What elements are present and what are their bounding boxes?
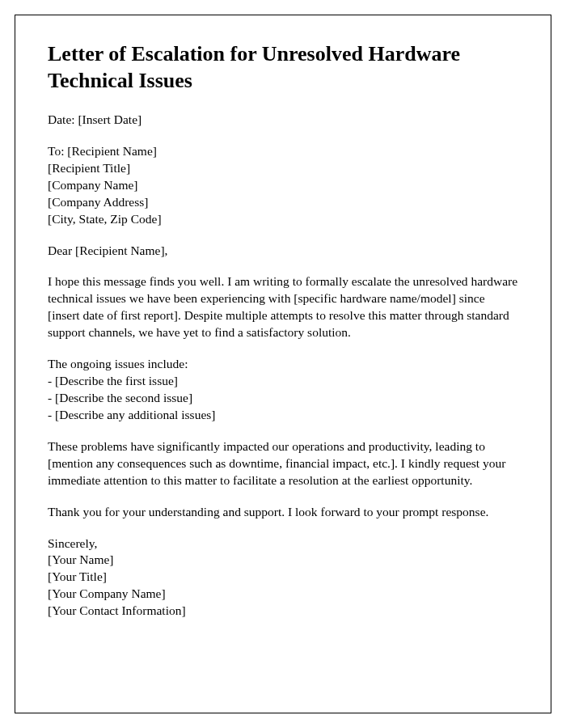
recipient-company: [Company Name] bbox=[48, 177, 518, 194]
recipient-to: To: [Recipient Name] bbox=[48, 143, 518, 160]
paragraph-1: I hope this message finds you well. I am… bbox=[48, 273, 518, 341]
issues-list: - [Describe the first issue] - [Describe… bbox=[48, 373, 518, 424]
date-line: Date: [Insert Date] bbox=[48, 112, 518, 129]
closing-company: [Your Company Name] bbox=[48, 586, 518, 603]
closing-name: [Your Name] bbox=[48, 552, 518, 569]
issue-item: - [Describe the second issue] bbox=[48, 390, 518, 407]
document-page: Letter of Escalation for Unresolved Hard… bbox=[15, 15, 551, 713]
recipient-block: To: [Recipient Name] [Recipient Title] [… bbox=[48, 143, 518, 228]
recipient-title: [Recipient Title] bbox=[48, 160, 518, 177]
closing-block: Sincerely, [Your Name] [Your Title] [You… bbox=[48, 535, 518, 620]
closing-contact: [Your Contact Information] bbox=[48, 603, 518, 620]
closing-sincerely: Sincerely, bbox=[48, 535, 518, 552]
issue-item: - [Describe the first issue] bbox=[48, 373, 518, 390]
paragraph-3: Thank you for your understanding and sup… bbox=[48, 504, 518, 521]
issues-intro: The ongoing issues include: bbox=[48, 356, 518, 373]
salutation: Dear [Recipient Name], bbox=[48, 243, 518, 260]
issue-item: - [Describe any additional issues] bbox=[48, 407, 518, 424]
recipient-city-state-zip: [City, State, Zip Code] bbox=[48, 211, 518, 228]
closing-title: [Your Title] bbox=[48, 569, 518, 586]
recipient-address: [Company Address] bbox=[48, 194, 518, 211]
paragraph-2: These problems have significantly impact… bbox=[48, 438, 518, 489]
document-title: Letter of Escalation for Unresolved Hard… bbox=[48, 41, 518, 94]
